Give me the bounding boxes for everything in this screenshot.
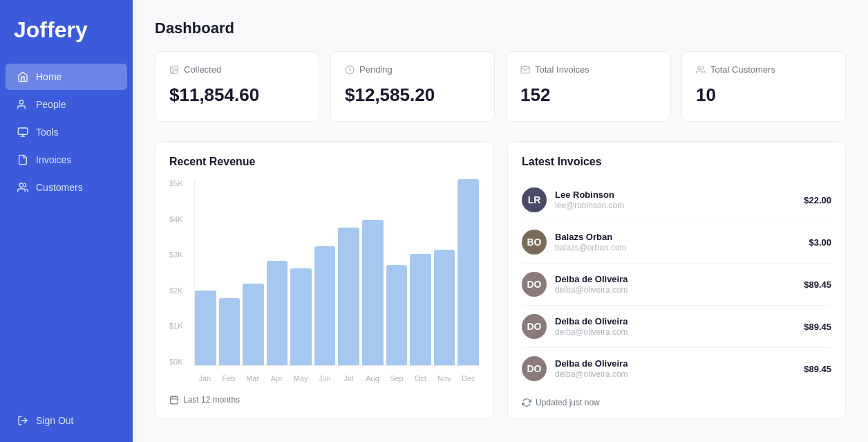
avatar: DO <box>522 272 547 297</box>
chart-x-labels: JanFebMarAprMayJunJulAugSepOctNovDec <box>194 370 479 387</box>
invoice-info: Delba de Oliveiradelba@oliveira.com <box>555 358 804 379</box>
chart-bar-wrap <box>457 179 479 365</box>
invoice-info: Balazs Orbanbalazs@orban.com <box>555 232 809 252</box>
x-label: Dec <box>457 370 479 387</box>
chart-bar-wrap <box>267 179 288 365</box>
collected-value: $11,854.60 <box>169 84 305 106</box>
invoice-name: Delba de Oliveira <box>555 316 804 326</box>
y-label: $5K <box>169 179 183 187</box>
bottom-row: Recent Revenue $5K$4K$3K$2K$1K$0K JanFeb… <box>155 141 846 419</box>
chart-bar <box>386 265 408 365</box>
y-label: $0K <box>169 358 183 366</box>
logo: Joffery <box>0 0 133 57</box>
invoice-email: balazs@orban.com <box>555 243 809 252</box>
people-icon <box>17 98 29 111</box>
svg-point-0 <box>19 100 23 104</box>
chart-bar <box>457 179 479 365</box>
chart-bar-wrap <box>410 179 431 365</box>
invoice-name: Balazs Orban <box>555 232 809 242</box>
chart-bar <box>434 250 455 365</box>
pending-value: $12,585.20 <box>345 84 480 106</box>
x-label: Jun <box>314 370 335 387</box>
stats-row: Collected $11,854.60 Pending $12,585.20 … <box>155 51 846 122</box>
chart-bar-wrap <box>338 179 359 365</box>
x-label: Sep <box>386 370 407 387</box>
chart-bar-wrap <box>243 179 264 365</box>
invoice-info: Delba de Oliveiradelba@oliveira.com <box>555 316 804 337</box>
chart-bar-wrap <box>195 179 216 365</box>
stat-card-collected: Collected $11,854.60 <box>155 51 319 122</box>
stat-card-total-customers: Total Customers 10 <box>681 51 846 122</box>
sidebar-item-home[interactable]: Home <box>6 64 127 90</box>
sign-out-icon <box>17 414 29 427</box>
invoices-card: Latest Invoices LRLee Robinsonlee@robins… <box>507 141 846 419</box>
svg-rect-10 <box>171 396 178 404</box>
x-label: Jan <box>194 370 216 387</box>
invoice-email: delba@oliveira.com <box>555 285 804 295</box>
sidebar-item-invoices[interactable]: Invoices <box>6 147 127 173</box>
invoice-email: lee@robinson.com <box>555 201 804 210</box>
avatar: LR <box>522 187 547 212</box>
pending-icon <box>345 65 355 75</box>
x-label: Jul <box>338 370 359 387</box>
y-label: $4K <box>169 215 183 223</box>
chart-bar <box>290 268 312 365</box>
invoice-name: Delba de Oliveira <box>555 358 804 369</box>
chart-bar <box>410 254 431 365</box>
invoices-icon <box>17 154 29 166</box>
refresh-icon <box>522 398 531 407</box>
invoice-amount: $89.45 <box>804 322 831 332</box>
chart-area: $5K$4K$3K$2K$1K$0K JanFebMarAprMayJunJul… <box>169 179 479 387</box>
total-customers-icon <box>696 65 706 75</box>
total-invoices-value: 152 <box>520 84 656 106</box>
sidebar-item-customers[interactable]: Customers <box>6 174 127 201</box>
total-invoices-label: Total Invoices <box>535 64 589 75</box>
collected-label: Collected <box>184 64 221 75</box>
calendar-icon <box>169 395 179 405</box>
sidebar-item-label-tools: Tools <box>36 127 59 138</box>
main-content: Dashboard Collected $11,854.60 Pending $… <box>133 0 868 442</box>
chart-bar <box>314 246 336 365</box>
x-label: Apr <box>266 370 287 387</box>
sidebar-item-people[interactable]: People <box>6 91 127 118</box>
invoice-amount: $3.00 <box>809 237 831 248</box>
pending-label: Pending <box>359 64 393 75</box>
invoices-footer-text: Updated just now <box>536 398 600 407</box>
invoice-info: Lee Robinsonlee@robinson.com <box>555 190 804 210</box>
chart-bar <box>219 298 240 365</box>
total-customers-value: 10 <box>696 84 831 106</box>
chart-footer: Last 12 months <box>169 395 479 405</box>
x-label: May <box>290 370 312 387</box>
y-label: $3K <box>169 250 183 259</box>
invoices-title: Latest Invoices <box>522 156 831 168</box>
sidebar-item-tools[interactable]: Tools <box>6 119 127 145</box>
chart-bar-wrap <box>386 179 408 365</box>
invoice-amount: $89.45 <box>804 364 831 374</box>
invoice-row: BOBalazs Orbanbalazs@orban.com$3.00 <box>522 221 831 264</box>
x-label: Oct <box>410 370 431 387</box>
invoice-info: Delba de Oliveiradelba@oliveira.com <box>555 274 804 295</box>
chart-bar <box>267 261 288 365</box>
sidebar-item-label-people: People <box>36 99 66 110</box>
x-label: Nov <box>434 370 455 387</box>
invoice-row: DODelba de Oliveiradelba@oliveira.com$89… <box>522 348 831 389</box>
sidebar-item-label-customers: Customers <box>36 182 83 193</box>
invoice-name: Delba de Oliveira <box>555 274 804 284</box>
invoice-email: delba@oliveira.com <box>555 327 804 337</box>
customers-icon <box>17 181 29 194</box>
x-label: Aug <box>362 370 384 387</box>
page-title: Dashboard <box>155 19 846 37</box>
chart-bar-wrap <box>362 179 384 365</box>
svg-rect-1 <box>18 128 27 134</box>
stat-card-pending: Pending $12,585.20 <box>330 51 495 122</box>
invoice-name: Lee Robinson <box>555 190 804 200</box>
chart-title: Recent Revenue <box>169 156 479 168</box>
sidebar: Joffery Home People <box>0 0 133 442</box>
chart-bar-wrap <box>434 179 455 365</box>
y-label: $1K <box>169 322 183 330</box>
chart-bar-wrap <box>219 179 240 365</box>
chart-bar-wrap <box>290 179 312 365</box>
chart-bars <box>194 179 479 366</box>
chart-footer-text: Last 12 months <box>183 395 240 405</box>
sign-out-button[interactable]: Sign Out <box>6 407 127 434</box>
